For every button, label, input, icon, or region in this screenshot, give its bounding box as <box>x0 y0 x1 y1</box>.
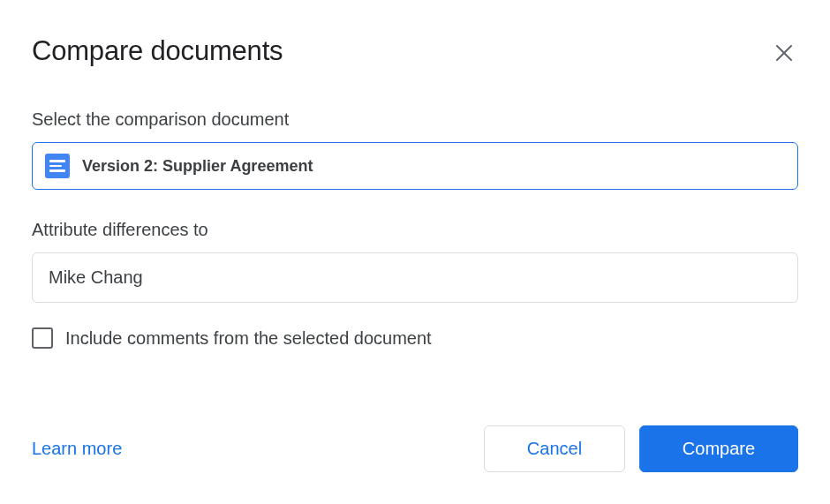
dialog-header: Compare documents <box>32 35 798 67</box>
learn-more-link[interactable]: Learn more <box>32 439 122 459</box>
attribute-input[interactable] <box>32 252 798 303</box>
google-doc-icon <box>45 154 70 178</box>
document-selector[interactable]: Version 2: Supplier Agreement <box>32 142 798 190</box>
compare-button[interactable]: Compare <box>639 425 798 472</box>
include-comments-label: Include comments from the selected docum… <box>65 328 432 349</box>
attribute-label: Attribute differences to <box>32 220 798 240</box>
dialog-title: Compare documents <box>32 35 283 67</box>
select-document-label: Select the comparison document <box>32 109 798 130</box>
selected-document-name: Version 2: Supplier Agreement <box>82 157 313 176</box>
button-group: Cancel Compare <box>484 425 798 472</box>
include-comments-checkbox-row[interactable]: Include comments from the selected docum… <box>32 327 798 349</box>
cancel-button[interactable]: Cancel <box>484 425 625 472</box>
checkbox-icon <box>32 327 53 349</box>
close-icon <box>775 44 793 62</box>
dialog-footer: Learn more Cancel Compare <box>32 425 798 472</box>
close-button[interactable] <box>772 41 796 65</box>
